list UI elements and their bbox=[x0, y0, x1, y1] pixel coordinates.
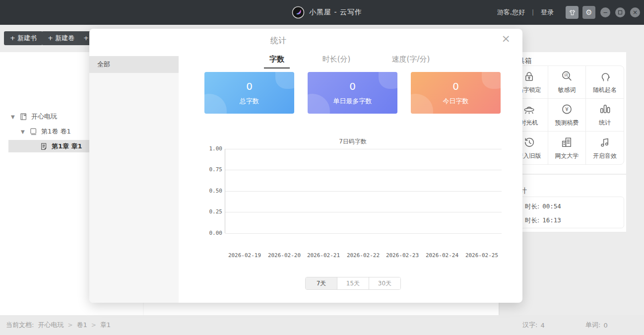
y-axis-tick: 1.00 bbox=[202, 145, 222, 152]
hanzi-value: 4 bbox=[540, 322, 544, 329]
app-brand: 小黑屋 - 云写作 bbox=[292, 6, 362, 19]
card-max-daily-words: 0 单日最多字数 bbox=[308, 72, 397, 114]
tree-book-label: 开心电玩 bbox=[31, 112, 57, 121]
card-value: 0 bbox=[246, 80, 253, 92]
range-7-days-button[interactable]: 7天 bbox=[306, 277, 337, 289]
sidebar-item-all[interactable]: 全部 bbox=[89, 56, 179, 73]
close-icon: × bbox=[633, 9, 638, 16]
stats-row-today: 时长: 00:54 bbox=[525, 202, 561, 211]
volume-icon bbox=[29, 128, 38, 136]
card-total-words: 0 总字数 bbox=[204, 72, 294, 114]
y-axis-tick: 0.50 bbox=[202, 188, 222, 194]
history-clock-icon bbox=[522, 136, 536, 148]
card-label: 今日字数 bbox=[443, 97, 469, 106]
sensitive-word-icon: 词 bbox=[560, 70, 574, 82]
book-icon bbox=[19, 113, 28, 121]
x-axis-tick: 2026-02-25 bbox=[462, 252, 502, 259]
close-window-button[interactable]: × bbox=[630, 7, 640, 17]
app-window: 小黑屋 - 云写作 游客,您好 | 登录 ⚙ − × + 新建书 + 新建卷 +… bbox=[0, 0, 644, 335]
modal-close-button[interactable]: × bbox=[502, 33, 511, 44]
breadcrumb-separator: > bbox=[67, 322, 72, 329]
caret-down-icon[interactable]: ▼ bbox=[11, 114, 16, 120]
tree-item-book[interactable]: ▼ 开心电玩 bbox=[11, 111, 57, 123]
stats-summary-card: 时长: 00:54 时长: 16:13 bbox=[510, 197, 624, 228]
hanzi-count: 汉字: 4 bbox=[522, 315, 545, 335]
breadcrumb-volume: 卷1 bbox=[76, 321, 87, 330]
tool-random-name[interactable]: 随机起名 bbox=[586, 66, 624, 99]
tab-duration[interactable]: 时长(分) bbox=[315, 55, 358, 68]
tree-chapter-label: 第1章 章1 bbox=[52, 142, 82, 151]
stats-panel: 统计 时长: 00:54 时长: 16:13 bbox=[506, 175, 626, 232]
tool-label: 敏感词 bbox=[558, 86, 576, 94]
app-logo-icon bbox=[292, 6, 305, 19]
card-value: 0 bbox=[452, 80, 459, 92]
card-today-words: 0 今日字数 bbox=[411, 72, 501, 114]
minimize-button[interactable]: − bbox=[600, 7, 610, 17]
chart-title: 7日码字数 bbox=[313, 137, 392, 146]
tool-fee-forecast[interactable]: ¥ 预测稿费 bbox=[548, 99, 586, 132]
tool-sound-effects[interactable]: 开启音效 bbox=[586, 132, 624, 164]
new-book-button[interactable]: + 新建书 bbox=[4, 31, 43, 45]
tree-item-volume[interactable]: ▼ 第1卷 卷1 bbox=[21, 126, 71, 137]
date-range-selector: 7天 15天 30天 bbox=[305, 277, 401, 290]
tool-statistics[interactable]: 统计 bbox=[586, 99, 624, 132]
tool-label: 统计 bbox=[599, 119, 611, 127]
user-greeting: 游客,您好 bbox=[497, 8, 525, 17]
theme-skin-button[interactable] bbox=[566, 6, 579, 19]
svg-text:词: 词 bbox=[564, 73, 568, 77]
login-button[interactable]: 登录 bbox=[541, 8, 554, 17]
x-axis-tick: 2026-02-19 bbox=[225, 252, 264, 259]
toolbox-panel: 工具箱 码字锁定 词 敏感词 随机起名 bbox=[506, 52, 626, 174]
tool-label: 预测稿费 bbox=[555, 119, 579, 127]
tree-item-chapter[interactable]: 第1章 章1 bbox=[40, 140, 82, 152]
duration-label: 时长: bbox=[525, 216, 539, 225]
x-axis-tick: 2026-02-23 bbox=[383, 252, 422, 259]
tool-label: 随机起名 bbox=[593, 86, 617, 94]
topbar-divider: | bbox=[532, 9, 534, 16]
toolbox-grid: 码字锁定 词 敏感词 随机起名 时光机 bbox=[510, 66, 624, 165]
chart-gridline bbox=[225, 212, 502, 212]
tab-word-count[interactable]: 字数 bbox=[264, 55, 290, 68]
modal-title: 统计 bbox=[258, 36, 298, 46]
card-decoration bbox=[482, 72, 501, 89]
tool-sensitive-words[interactable]: 词 敏感词 bbox=[548, 66, 586, 99]
breadcrumb: 当前文档: 开心电玩 > 卷1 > 章1 bbox=[6, 315, 111, 335]
line-chart-plot-area bbox=[225, 149, 501, 233]
settings-button[interactable]: ⚙ bbox=[582, 6, 595, 19]
card-decoration bbox=[379, 72, 397, 89]
tool-label: 时光机 bbox=[520, 119, 538, 127]
caret-down-icon[interactable]: ▼ bbox=[21, 129, 26, 134]
words-label: 单词: bbox=[585, 321, 600, 330]
range-15-days-button[interactable]: 15天 bbox=[337, 277, 369, 289]
title-bar: 小黑屋 - 云写作 游客,您好 | 登录 ⚙ − × bbox=[0, 0, 644, 25]
bar-chart-icon bbox=[598, 103, 612, 115]
card-decoration bbox=[308, 94, 330, 114]
tool-webnovel-academy[interactable]: 网文大学 bbox=[548, 132, 586, 164]
duration-label: 时长: bbox=[525, 202, 539, 211]
word-count: 单词: 0 bbox=[585, 315, 608, 335]
chapter-icon bbox=[40, 142, 48, 151]
tshirt-icon bbox=[569, 9, 576, 16]
words-value: 0 bbox=[603, 322, 607, 329]
modal-sidebar: 全部 bbox=[89, 56, 179, 303]
new-volume-button[interactable]: + 新建卷 bbox=[42, 31, 80, 45]
tab-speed[interactable]: 速度(字/分) bbox=[381, 55, 441, 68]
duration-value: 00:54 bbox=[542, 202, 561, 211]
stats-row-total: 时长: 16:13 bbox=[525, 216, 561, 225]
x-axis-tick: 2026-02-22 bbox=[343, 252, 383, 259]
svg-text:¥: ¥ bbox=[565, 106, 569, 113]
x-axis-tick: 2026-02-20 bbox=[264, 252, 304, 259]
head-icon bbox=[598, 70, 612, 82]
x-axis-tick: 2026-02-21 bbox=[304, 252, 343, 259]
card-value: 0 bbox=[349, 80, 356, 92]
tool-label: 网文大学 bbox=[555, 152, 579, 160]
tree-volume-label: 第1卷 卷1 bbox=[41, 127, 71, 136]
range-30-days-button[interactable]: 30天 bbox=[369, 277, 400, 289]
chart-gridline bbox=[225, 149, 502, 149]
ufo-icon bbox=[522, 103, 536, 115]
card-label: 单日最多字数 bbox=[333, 97, 372, 106]
gear-icon: ⚙ bbox=[585, 9, 592, 16]
duration-value: 16:13 bbox=[542, 216, 561, 225]
yuan-icon: ¥ bbox=[560, 103, 574, 115]
maximize-button[interactable] bbox=[615, 7, 625, 17]
